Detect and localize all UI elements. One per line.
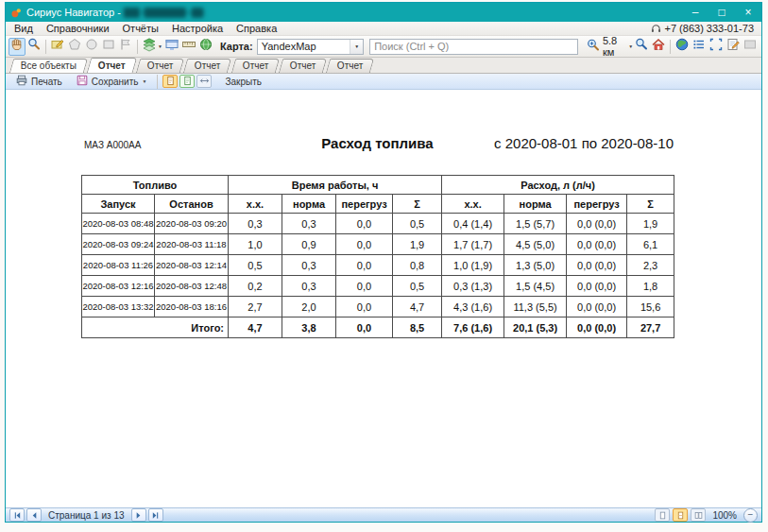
tab[interactable]: Отчет — [279, 59, 328, 73]
value-cell: 0,0 — [336, 276, 393, 297]
tab[interactable]: Отчет — [183, 59, 232, 73]
value-cell: 4,3 (1,6) — [442, 297, 504, 317]
menu-item[interactable]: Отчёты — [116, 22, 165, 35]
value-cell: 0,0 (0,0) — [567, 255, 627, 276]
zoom-out-button[interactable]: − — [743, 508, 758, 523]
layers-button[interactable]: ▼ — [141, 38, 163, 56]
value-cell: 1,7 (1,7) — [442, 234, 504, 255]
scale-zoom-control[interactable]: 5.8 км ▼ — [586, 35, 633, 58]
date-cell: 2020-08-03 08:48 — [82, 214, 155, 234]
value-cell: 0,0 (0,0) — [567, 276, 627, 297]
page-label: Страница 1 из 13 — [48, 510, 125, 521]
value-cell: 0,5 — [229, 255, 282, 276]
value-cell: 0,0 — [336, 214, 393, 234]
value-cell: 2,0 — [282, 297, 336, 317]
circle-icon — [84, 37, 99, 56]
table-body: 2020-08-03 08:482020-08-03 09:200,30,30,… — [82, 214, 674, 317]
value-cell: 0,3 (1,3) — [442, 276, 504, 297]
tab[interactable]: Все объекты — [9, 59, 88, 73]
close-button[interactable]: × — [735, 3, 761, 22]
maximize-button[interactable]: □ — [708, 3, 735, 22]
print-button[interactable]: Печать — [9, 74, 68, 89]
tab[interactable]: Отчет — [326, 59, 375, 73]
report-view: МАЗ А000АА Расход топлива с 2020-08-01 п… — [6, 90, 761, 507]
single-page-view-button[interactable] — [655, 508, 670, 522]
report-toolbar: Печать Сохранить ▼ Закрыть — [6, 74, 761, 90]
tab-bar: Все объектыОтчетОтчетОтчетОтчетОтчетОтче… — [6, 58, 761, 74]
last-page-button[interactable] — [148, 508, 163, 522]
date-cell: 2020-08-03 12:14 — [155, 255, 229, 276]
table-row: 2020-08-03 08:482020-08-03 09:200,30,30,… — [82, 214, 674, 234]
column-header: Запуск — [82, 195, 155, 214]
first-page-button[interactable] — [9, 508, 25, 522]
menu-item[interactable]: Справочники — [40, 22, 116, 35]
selection-frame-icon — [708, 37, 724, 56]
magnifier-icon — [634, 37, 649, 56]
title-bar: Сириус Навигатор - ███ «████████» (██) –… — [6, 3, 761, 22]
date-cell: 2020-08-03 18:16 — [155, 297, 229, 317]
separator — [670, 40, 671, 54]
window-title-redacted: ███ «████████» (██) — [124, 8, 204, 17]
column-group-header: Время работы, ч — [229, 176, 442, 195]
ruler-button[interactable] — [180, 38, 197, 56]
draw-flag-button[interactable] — [117, 38, 134, 56]
menu-item[interactable]: Справка — [230, 22, 283, 35]
value-cell: 0,0 (0,0) — [567, 234, 627, 255]
screenshot-button-disabled — [742, 38, 759, 56]
column-header: Останов — [155, 195, 229, 214]
menu-item[interactable]: Настройка — [165, 22, 230, 35]
map-select[interactable]: YandexMap ▼ — [257, 39, 365, 55]
value-cell: 0,3 — [282, 276, 336, 297]
draw-circle-button[interactable] — [83, 38, 100, 56]
totals-value: 0,0 — [336, 317, 393, 338]
map-select-value: YandexMap — [258, 41, 350, 52]
pan-tool-button[interactable] — [9, 38, 26, 56]
edit-map-button[interactable] — [49, 38, 66, 56]
tab[interactable]: Отчет — [136, 59, 185, 73]
next-page-button[interactable] — [131, 508, 146, 522]
column-header: Σ — [393, 195, 442, 214]
fit-width-button[interactable] — [196, 75, 212, 88]
menu-item[interactable]: Вид — [8, 22, 40, 35]
draw-polygon-button[interactable] — [66, 38, 83, 56]
home-button[interactable] — [650, 38, 667, 56]
date-cell: 2020-08-03 12:48 — [155, 276, 229, 297]
save-button[interactable]: Сохранить ▼ — [70, 74, 153, 89]
object-list-button[interactable] — [691, 38, 708, 56]
totals-value: 27,7 — [627, 317, 674, 338]
internet-map-button[interactable] — [674, 38, 691, 56]
close-report-button[interactable]: Закрыть — [219, 74, 267, 89]
floppy-icon — [76, 74, 89, 89]
map-pencil-icon — [50, 37, 65, 56]
table-row: 2020-08-03 12:162020-08-03 12:480,20,30,… — [82, 276, 674, 297]
value-cell: 1,5 (4,5) — [504, 276, 567, 297]
zoom-tool-button[interactable] — [26, 38, 43, 56]
selection-frame-button[interactable] — [708, 38, 725, 56]
value-cell: 0,8 — [393, 255, 442, 276]
edit-notes-button[interactable] — [725, 38, 742, 56]
locate-button[interactable] — [633, 38, 650, 56]
tab-active[interactable]: Отчет — [87, 58, 137, 73]
search-input[interactable] — [369, 39, 578, 55]
totals-value: 8,5 — [393, 317, 442, 338]
scale-value: 5.8 км — [603, 35, 625, 58]
geozones-button[interactable] — [197, 38, 214, 56]
map-label: Карта: — [220, 41, 253, 52]
report-table: ТопливоВремя работы, чРасход, л (л/ч) За… — [81, 175, 674, 338]
continuous-view-button[interactable] — [179, 75, 195, 88]
draw-rectangle-button[interactable] — [100, 38, 117, 56]
tab[interactable]: Отчет — [230, 59, 280, 73]
chevron-down-icon: ▼ — [350, 40, 363, 54]
table-totals-row: Итого:4,73,80,08,57,6 (1,6)20,1 (5,3)0,0… — [82, 317, 674, 338]
magnifier-icon — [26, 37, 42, 56]
continuous-view-button[interactable] — [673, 508, 688, 522]
two-page-view-button[interactable] — [691, 508, 706, 522]
prev-page-button[interactable] — [26, 508, 42, 522]
status-bar: Страница 1 из 13 100% − — [6, 507, 761, 522]
table-group-row: ТопливоВремя работы, чРасход, л (л/ч) — [82, 176, 674, 195]
menu-bar: ВидСправочникиОтчётыНастройкаСправка +7 … — [6, 22, 761, 36]
map-tiles-button[interactable] — [163, 38, 180, 56]
minimize-button[interactable]: – — [682, 3, 708, 22]
value-cell: 2,7 — [229, 297, 282, 317]
single-page-view-button[interactable] — [162, 75, 178, 88]
